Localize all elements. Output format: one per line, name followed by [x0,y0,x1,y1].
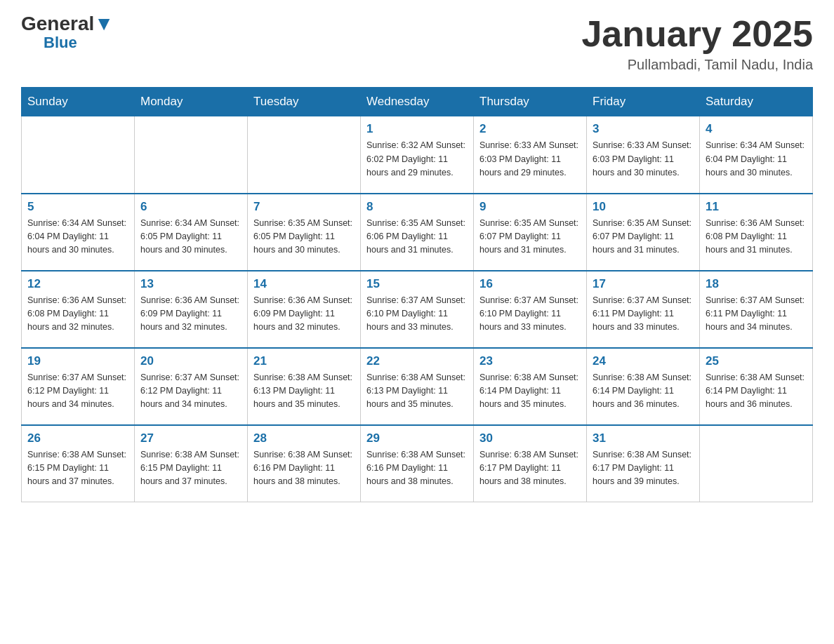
calendar-cell: 3Sunrise: 6:33 AM Sunset: 6:03 PM Daylig… [587,116,700,194]
weekday-header-tuesday: Tuesday [248,88,361,116]
calendar-cell: 13Sunrise: 6:36 AM Sunset: 6:09 PM Dayli… [135,271,248,348]
calendar-cell: 18Sunrise: 6:37 AM Sunset: 6:11 PM Dayli… [700,271,813,348]
day-info: Sunrise: 6:36 AM Sunset: 6:08 PM Dayligh… [706,217,807,257]
day-info: Sunrise: 6:32 AM Sunset: 6:02 PM Dayligh… [366,139,468,180]
day-info: Sunrise: 6:35 AM Sunset: 6:06 PM Dayligh… [366,217,468,257]
calendar-cell: 22Sunrise: 6:38 AM Sunset: 6:13 PM Dayli… [361,348,474,425]
day-info: Sunrise: 6:36 AM Sunset: 6:09 PM Dayligh… [140,294,241,335]
calendar-cell: 4Sunrise: 6:34 AM Sunset: 6:04 PM Daylig… [700,116,813,194]
logo-general-text: General▼ [21,14,114,34]
logo-blue-text: Blue [44,34,77,52]
calendar-cell: 29Sunrise: 6:38 AM Sunset: 6:16 PM Dayli… [361,425,474,502]
day-info: Sunrise: 6:36 AM Sunset: 6:09 PM Dayligh… [253,294,355,335]
day-info: Sunrise: 6:38 AM Sunset: 6:14 PM Dayligh… [479,371,581,412]
day-number: 29 [366,431,468,445]
day-number: 1 [366,122,468,136]
calendar-cell [700,425,813,502]
day-info: Sunrise: 6:36 AM Sunset: 6:08 PM Dayligh… [27,294,128,335]
day-info: Sunrise: 6:38 AM Sunset: 6:14 PM Dayligh… [593,371,694,412]
calendar-cell: 27Sunrise: 6:38 AM Sunset: 6:15 PM Dayli… [135,425,248,502]
day-number: 12 [27,277,128,291]
day-number: 23 [479,354,581,368]
calendar-cell: 26Sunrise: 6:38 AM Sunset: 6:15 PM Dayli… [22,425,135,502]
calendar-cell: 15Sunrise: 6:37 AM Sunset: 6:10 PM Dayli… [361,271,474,348]
day-number: 19 [27,354,128,368]
calendar-cell: 20Sunrise: 6:37 AM Sunset: 6:12 PM Dayli… [135,348,248,425]
calendar-cell: 11Sunrise: 6:36 AM Sunset: 6:08 PM Dayli… [700,194,813,271]
title-section: January 2025 Pullambadi, Tamil Nadu, Ind… [581,14,813,73]
day-info: Sunrise: 6:38 AM Sunset: 6:13 PM Dayligh… [366,371,468,412]
month-title: January 2025 [581,14,813,54]
weekday-header-wednesday: Wednesday [361,88,474,116]
calendar-cell: 14Sunrise: 6:36 AM Sunset: 6:09 PM Dayli… [248,271,361,348]
day-number: 10 [593,200,694,214]
day-number: 27 [140,431,241,445]
day-number: 8 [366,200,468,214]
day-number: 3 [593,122,694,136]
logo: General▼ Blue [21,14,114,52]
day-number: 21 [253,354,355,368]
day-number: 15 [366,277,468,291]
weekday-header-saturday: Saturday [700,88,813,116]
day-number: 6 [140,200,241,214]
day-number: 18 [706,277,807,291]
calendar-cell: 24Sunrise: 6:38 AM Sunset: 6:14 PM Dayli… [587,348,700,425]
calendar-week-row: 5Sunrise: 6:34 AM Sunset: 6:04 PM Daylig… [22,194,813,271]
day-number: 28 [253,431,355,445]
day-info: Sunrise: 6:37 AM Sunset: 6:12 PM Dayligh… [140,371,241,412]
location-text: Pullambadi, Tamil Nadu, India [581,57,813,73]
day-number: 16 [479,277,581,291]
day-number: 26 [27,431,128,445]
day-info: Sunrise: 6:38 AM Sunset: 6:15 PM Dayligh… [140,448,241,489]
calendar-week-row: 1Sunrise: 6:32 AM Sunset: 6:02 PM Daylig… [22,116,813,194]
calendar-cell: 30Sunrise: 6:38 AM Sunset: 6:17 PM Dayli… [474,425,587,502]
weekday-header-monday: Monday [135,88,248,116]
day-info: Sunrise: 6:38 AM Sunset: 6:16 PM Dayligh… [253,448,355,489]
calendar-cell: 1Sunrise: 6:32 AM Sunset: 6:02 PM Daylig… [361,116,474,194]
calendar-cell: 2Sunrise: 6:33 AM Sunset: 6:03 PM Daylig… [474,116,587,194]
calendar-cell: 28Sunrise: 6:38 AM Sunset: 6:16 PM Dayli… [248,425,361,502]
calendar-cell: 19Sunrise: 6:37 AM Sunset: 6:12 PM Dayli… [22,348,135,425]
day-info: Sunrise: 6:37 AM Sunset: 6:10 PM Dayligh… [479,294,581,335]
day-number: 31 [593,431,694,445]
day-number: 14 [253,277,355,291]
calendar-header-row: SundayMondayTuesdayWednesdayThursdayFrid… [22,88,813,116]
day-info: Sunrise: 6:38 AM Sunset: 6:14 PM Dayligh… [706,371,807,412]
day-number: 2 [479,122,581,136]
day-info: Sunrise: 6:35 AM Sunset: 6:07 PM Dayligh… [479,217,581,257]
day-number: 25 [706,354,807,368]
weekday-header-sunday: Sunday [22,88,135,116]
calendar-cell: 12Sunrise: 6:36 AM Sunset: 6:08 PM Dayli… [22,271,135,348]
day-info: Sunrise: 6:37 AM Sunset: 6:11 PM Dayligh… [706,294,807,335]
day-number: 22 [366,354,468,368]
day-info: Sunrise: 6:35 AM Sunset: 6:07 PM Dayligh… [593,217,694,257]
calendar-cell: 8Sunrise: 6:35 AM Sunset: 6:06 PM Daylig… [361,194,474,271]
weekday-header-friday: Friday [587,88,700,116]
day-number: 7 [253,200,355,214]
calendar-cell: 6Sunrise: 6:34 AM Sunset: 6:05 PM Daylig… [135,194,248,271]
day-number: 24 [593,354,694,368]
day-info: Sunrise: 6:38 AM Sunset: 6:16 PM Dayligh… [366,448,468,489]
day-info: Sunrise: 6:34 AM Sunset: 6:04 PM Dayligh… [706,139,807,180]
calendar-cell: 21Sunrise: 6:38 AM Sunset: 6:13 PM Dayli… [248,348,361,425]
logo-triangle-icon: ▼ [94,13,114,34]
calendar-cell: 25Sunrise: 6:38 AM Sunset: 6:14 PM Dayli… [700,348,813,425]
day-info: Sunrise: 6:33 AM Sunset: 6:03 PM Dayligh… [479,139,581,180]
day-info: Sunrise: 6:34 AM Sunset: 6:05 PM Dayligh… [140,217,241,257]
calendar-cell: 31Sunrise: 6:38 AM Sunset: 6:17 PM Dayli… [587,425,700,502]
day-number: 9 [479,200,581,214]
calendar-cell: 7Sunrise: 6:35 AM Sunset: 6:05 PM Daylig… [248,194,361,271]
day-number: 11 [706,200,807,214]
calendar-cell: 16Sunrise: 6:37 AM Sunset: 6:10 PM Dayli… [474,271,587,348]
day-info: Sunrise: 6:37 AM Sunset: 6:10 PM Dayligh… [366,294,468,335]
day-info: Sunrise: 6:38 AM Sunset: 6:17 PM Dayligh… [593,448,694,489]
page-header: General▼ Blue January 2025 Pullambadi, T… [21,14,813,73]
day-info: Sunrise: 6:38 AM Sunset: 6:17 PM Dayligh… [479,448,581,489]
day-info: Sunrise: 6:33 AM Sunset: 6:03 PM Dayligh… [593,139,694,180]
calendar-cell: 9Sunrise: 6:35 AM Sunset: 6:07 PM Daylig… [474,194,587,271]
calendar-cell: 10Sunrise: 6:35 AM Sunset: 6:07 PM Dayli… [587,194,700,271]
day-number: 17 [593,277,694,291]
day-number: 4 [706,122,807,136]
day-info: Sunrise: 6:37 AM Sunset: 6:12 PM Dayligh… [27,371,128,412]
calendar-cell [22,116,135,194]
